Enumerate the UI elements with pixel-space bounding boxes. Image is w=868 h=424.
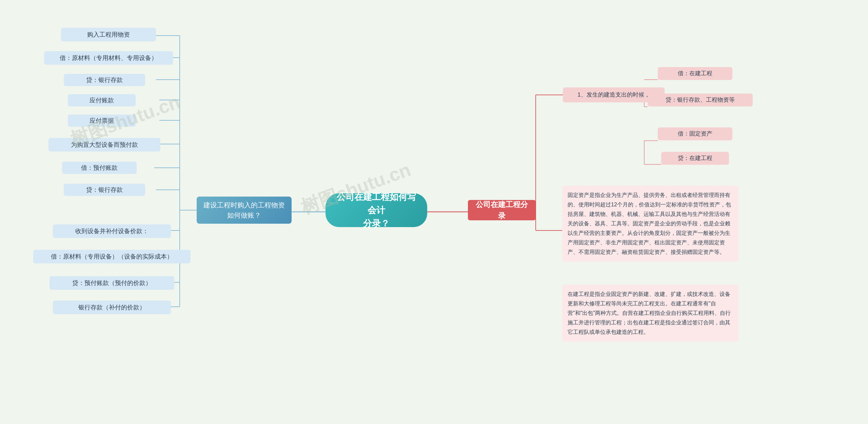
left-sub-11: 银行存款（补付的价款）: [53, 301, 171, 314]
right-sub-1-item2: 贷：银行存款、工程物资等: [648, 94, 753, 106]
center-node: 公司在建工程如何写会计 分录？: [326, 193, 427, 227]
right-main-node: 公司在建工程分录: [468, 200, 536, 220]
left-sub-5: 为购置大型设备而预付款: [48, 138, 160, 152]
left-sub-6: 借：预付账款: [62, 162, 137, 174]
left-sub-3: 应付账款: [68, 94, 136, 106]
left-sub-4: 应付票据: [68, 115, 136, 127]
left-sub-7: 贷：银行存款: [64, 184, 145, 196]
left-sub-1: 借：原材料（专用材料、专用设备）: [44, 51, 173, 65]
right-text-1: 固定资产是指企业为生产产品、提供劳务、出租或者经营管理而持有的、使用时间超过12…: [562, 186, 738, 262]
right-sub-2-item2: 贷：在建工程: [661, 152, 729, 165]
left-sub-2: 贷：银行存款: [64, 74, 145, 86]
center-label: 公司在建工程如何写会计 分录？: [336, 190, 417, 230]
right-text-2: 在建工程是指企业固定资产的新建、改建、扩建，或技术改造、设备更新和大修理工程等尚…: [562, 285, 738, 342]
left-main-node: 建设工程时购入的工程物资如何做账？: [197, 197, 292, 224]
left-sub-0: 购入工程用物资: [61, 28, 156, 41]
right-sub-1-item1: 借：在建工程: [658, 67, 732, 80]
left-main-label: 建设工程时购入的工程物资如何做账？: [203, 200, 285, 220]
left-sub-9: 借：原材料（专用设备）（设备的实际成本）: [33, 250, 191, 263]
right-sub-2-item1: 借：固定资产: [658, 127, 732, 140]
left-sub-10: 贷：预付账款（预付的价款）: [50, 276, 174, 290]
right-main-label: 公司在建工程分录: [475, 199, 529, 221]
left-sub-8: 收到设备并补付设备价款：: [53, 224, 171, 238]
